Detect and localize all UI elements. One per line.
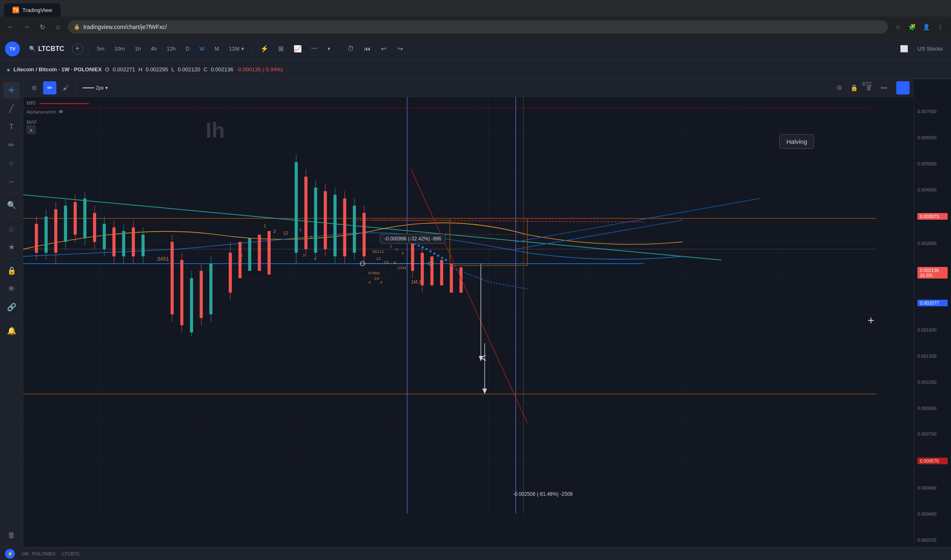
watchlist-tool[interactable]: ★ <box>3 239 20 255</box>
svg-point-107 <box>433 252 436 255</box>
svg-point-108 <box>437 255 439 257</box>
svg-text:12: 12 <box>283 230 288 235</box>
eye-icon[interactable]: 👁 <box>58 109 64 115</box>
active-tab[interactable]: TV TradingView <box>4 3 61 17</box>
browser-chrome: TV TradingView ← → ↻ ⌂ 🔒 tradingview.com… <box>0 0 951 37</box>
chart-type-button[interactable]: 📈 <box>291 42 304 56</box>
timeframe-W[interactable]: W <box>196 44 208 53</box>
main-area: ✛ ╱ T ✏ ○ ↔ 🔍 ⌂ ★ 🔒 👁 🔗 🔔 🗑 ⊞ <box>0 79 951 547</box>
svg-text:1: 1 <box>390 244 392 248</box>
maf-expand-button[interactable]: ▲ <box>27 125 36 134</box>
mri-text: MRI <box>27 100 36 106</box>
brush-button[interactable]: 🖌 <box>59 81 72 95</box>
price-axis: 0.009000 0.007500 0.006000 0.005000 0.00… <box>914 79 951 547</box>
svg-rect-86 <box>440 260 443 285</box>
high-value: 0.002295 <box>146 66 168 73</box>
price-000400: 0.000400 <box>917 512 948 516</box>
profile-btn[interactable]: 👤 <box>920 21 932 33</box>
measure-tooltip-2: -0.002508 (-81.48%) -2508 <box>513 491 573 497</box>
ohlc-values: O 0.002271 H 0.002295 L 0.002120 C 0.002… <box>105 66 283 73</box>
svg-text:23: 23 <box>384 260 389 264</box>
add-comparison-button[interactable]: + <box>72 43 83 55</box>
lightning-icon: ⚡ <box>7 551 13 557</box>
svg-text:4: 4 <box>393 260 396 264</box>
timeframe-1h[interactable]: 1h <box>131 44 144 53</box>
svg-rect-63 <box>258 235 261 271</box>
sidebar-divider-1 <box>5 193 18 194</box>
lock-icon: 🔒 <box>74 24 80 30</box>
grid-button[interactable]: ⊞ <box>27 81 41 95</box>
alert-tool[interactable]: 🔔 <box>3 322 20 339</box>
go-back-button[interactable]: ⏮ <box>361 42 374 56</box>
back-button[interactable]: ← <box>5 21 17 33</box>
price-001050: 0.001050 <box>917 380 948 385</box>
more-button[interactable]: ••• <box>877 81 890 95</box>
divider-2 <box>252 43 253 55</box>
timeframe-12m-label: 12M <box>229 46 239 52</box>
price-002600: 0.002600 <box>917 241 948 246</box>
chart-title: Litecoin / Bitcoin · 1W · POLONIEX <box>13 66 102 73</box>
star-button[interactable]: ☆ <box>892 21 904 33</box>
search-icon: 🔍 <box>29 46 36 52</box>
brush-tool[interactable]: ✏ <box>3 137 20 153</box>
close-value: 0.002136 <box>211 66 233 73</box>
price-000335: 0.000335 <box>917 538 948 543</box>
timeframe-12m-dropdown[interactable]: 12M ▾ <box>226 44 247 53</box>
symbol-selector[interactable]: 🔍 LTCBTC <box>25 44 68 54</box>
redo-button[interactable]: ↪ <box>394 42 407 56</box>
sidebar-bottom: 🗑 <box>3 527 20 543</box>
shapes-tool[interactable]: ○ <box>3 155 20 172</box>
divider-1 <box>88 43 89 55</box>
sidebar-divider-4 <box>5 319 18 319</box>
svg-point-103 <box>417 245 420 247</box>
link-tool[interactable]: 🔗 <box>3 299 20 315</box>
crosshair-tool[interactable]: ✛ <box>3 82 20 99</box>
indicators-button[interactable]: ⚡ <box>258 42 271 56</box>
line-thickness-selector[interactable]: 2px ▾ <box>79 83 111 92</box>
undo-button[interactable]: ↩ <box>377 42 391 56</box>
eye-tool[interactable]: 👁 <box>3 281 20 297</box>
trash-tool[interactable]: 🗑 <box>3 527 20 543</box>
svg-text:2: 2 <box>395 247 398 252</box>
home-button[interactable]: ⌂ <box>52 21 64 33</box>
reload-button[interactable]: ↻ <box>36 21 48 33</box>
lock-tool[interactable]: 🔒 <box>3 262 20 279</box>
timeframe-12h[interactable]: 12h <box>163 44 179 53</box>
timeframe-5m[interactable]: 5m <box>94 44 108 53</box>
left-sidebar: ✛ ╱ T ✏ ○ ↔ 🔍 ⌂ ★ 🔒 👁 🔗 🔔 🗑 <box>0 79 23 547</box>
svg-text:2: 2 <box>273 229 276 234</box>
text-tool[interactable]: T <box>3 119 20 135</box>
replay-button[interactable]: ⏱ <box>344 42 357 56</box>
timeframe-M[interactable]: M <box>211 44 222 53</box>
measure-tool[interactable]: ↔ <box>3 173 20 190</box>
timeframe-4h[interactable]: 4h <box>148 44 160 53</box>
pencil-button[interactable]: ✏ <box>43 81 56 95</box>
home-tool[interactable]: ⌂ <box>3 221 20 237</box>
close-label: C <box>204 66 207 73</box>
address-bar[interactable]: 🔒 tradingview.com/chart/je7fWFxc/ <box>68 20 888 34</box>
zoom-in-tool[interactable]: 🔍 <box>3 197 20 213</box>
settings-button[interactable]: ⚙ <box>832 81 846 95</box>
timeframe-10m[interactable]: 10m <box>111 44 128 53</box>
line-preview <box>82 87 94 88</box>
sidebar-divider-3 <box>5 259 18 259</box>
alphanumetrix-text: AlphanumetriX <box>27 109 56 114</box>
line-tool[interactable]: ╱ <box>3 100 20 117</box>
menu-btn[interactable]: ⋮ <box>934 21 946 33</box>
extension-btn[interactable]: 🧩 <box>906 21 918 33</box>
compare-button[interactable]: ⊞ <box>274 42 288 56</box>
browser-actions: ☆ 🧩 👤 ⋮ <box>892 21 946 33</box>
price-005000: 0.005000 <box>917 161 948 166</box>
line-type-button[interactable]: 〰 <box>308 42 321 56</box>
svg-point-110 <box>445 259 447 261</box>
timeframe-D[interactable]: D <box>182 44 193 53</box>
fullscreen-button[interactable]: ⬜ <box>898 42 911 56</box>
alphanumetrix-label: AlphanumetriX 👁 <box>27 109 64 115</box>
more-tools-dropdown[interactable]: ▾ <box>324 44 334 53</box>
forward-button[interactable]: → <box>21 21 32 33</box>
market-label: US Stocks <box>914 44 946 53</box>
chart-container[interactable]: ⊞ ✏ 🖌 2px ▾ ⚙ 🔒 🗑 ••• BTC <box>23 79 951 547</box>
status-text-2: LTCBTC <box>62 551 80 556</box>
lock-button[interactable]: 🔒 <box>847 81 861 95</box>
status-bar: ⚡ 1W · POLONIEX LTCBTC <box>0 547 951 560</box>
